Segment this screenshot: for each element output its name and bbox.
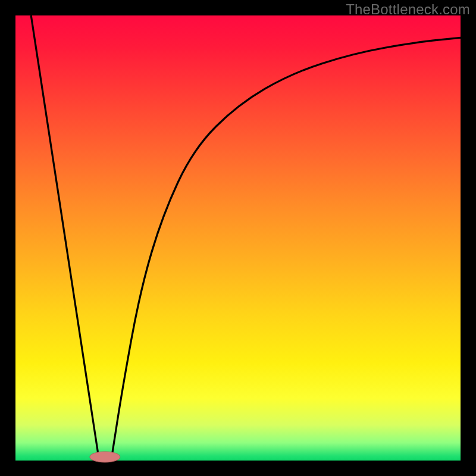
bottleneck-marker: [90, 452, 120, 462]
chart-frame: TheBottleneck.com: [0, 0, 476, 476]
plot-area: [15, 15, 461, 461]
left-descent-line: [31, 15, 99, 461]
curve-svg: [15, 15, 461, 461]
right-curve-line: [111, 37, 461, 461]
